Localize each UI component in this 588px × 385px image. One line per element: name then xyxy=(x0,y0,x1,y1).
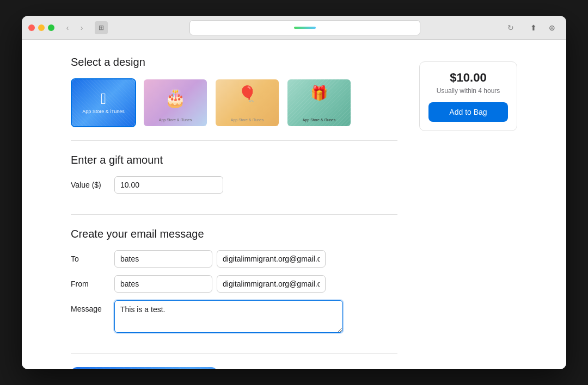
browser-content[interactable]: Select a design  App Store & iTunes xyxy=(22,40,566,369)
preview-card:  xyxy=(71,367,218,369)
share-button[interactable]: ⬆ xyxy=(526,20,541,35)
minimize-button[interactable] xyxy=(38,24,45,31)
refresh-button[interactable]: ↻ xyxy=(504,21,517,34)
message-form-row: Message This is a test. xyxy=(71,300,397,333)
gifts-emoji-icon: 🎁 xyxy=(310,85,328,102)
from-form-row: From xyxy=(71,275,397,293)
price-box: $10.00 Usually within 4 hours Add to Bag xyxy=(419,61,517,131)
design-section-title: Select a design xyxy=(71,56,397,69)
to-name-input[interactable] xyxy=(114,250,212,268)
browser-chrome: ‹ › ⊞ ↻ ⬆ ⊕ xyxy=(22,16,566,40)
from-email-input[interactable] xyxy=(217,275,326,293)
sidebar-widget: $10.00 Usually within 4 hours Add to Bag xyxy=(419,61,517,369)
design-cards:  App Store & iTunes App Store & iTunes xyxy=(71,78,397,127)
page-content: Select a design  App Store & iTunes xyxy=(49,40,539,369)
back-button[interactable]: ‹ xyxy=(61,21,74,34)
amount-section: Enter a gift amount Value ($) xyxy=(71,154,397,215)
price-amount: $10.00 xyxy=(428,71,508,85)
from-label: From xyxy=(71,280,114,288)
main-section: Select a design  App Store & iTunes xyxy=(71,56,397,369)
price-delivery: Usually within 4 hours xyxy=(428,87,508,95)
browser-actions: ⬆ ⊕ xyxy=(526,20,560,35)
to-label: To xyxy=(71,254,114,263)
message-label: Message xyxy=(71,300,114,313)
add-to-bag-button[interactable]: Add to Bag xyxy=(428,102,508,122)
new-tab-button[interactable]: ⊕ xyxy=(544,20,560,35)
traffic-lights xyxy=(28,24,54,31)
design-card-appstore[interactable]:  App Store & iTunes xyxy=(71,78,136,127)
tab-icon: ⊞ xyxy=(95,21,108,34)
value-label: Value ($) xyxy=(71,181,114,189)
nav-arrows: ‹ › xyxy=(61,21,88,34)
appstore-card-label: App Store & iTunes xyxy=(82,109,125,114)
design-card-gifts[interactable]: 🎁 App Store & iTunes xyxy=(286,78,352,127)
value-input[interactable] xyxy=(114,176,223,194)
to-email-input[interactable] xyxy=(217,250,326,268)
forward-button[interactable]: › xyxy=(75,21,88,34)
apple-logo-icon:  xyxy=(101,91,106,107)
design-section: Select a design  App Store & iTunes xyxy=(71,56,397,141)
design-card-birthday[interactable]: App Store & iTunes xyxy=(143,78,208,127)
email-section-title: Create your email message xyxy=(71,228,397,240)
address-bar-container xyxy=(112,20,498,35)
close-button[interactable] xyxy=(28,24,35,31)
to-form-row: To xyxy=(71,250,397,268)
amount-form-row: Value ($) xyxy=(71,176,397,194)
design-card-balloons[interactable]: App Store & iTunes xyxy=(215,78,280,127)
balloons-card-label: App Store & iTunes xyxy=(231,118,264,122)
birthday-card-label: App Store & iTunes xyxy=(159,118,192,122)
address-bar[interactable] xyxy=(189,20,421,35)
maximize-button[interactable] xyxy=(48,24,54,31)
browser-window: ‹ › ⊞ ↻ ⬆ ⊕ Select a design xyxy=(22,16,566,369)
email-section: Create your email message To From xyxy=(71,228,397,354)
gifts-card-label: App Store & iTunes xyxy=(303,118,335,122)
amount-section-title: Enter a gift amount xyxy=(71,154,397,166)
from-name-input[interactable] xyxy=(114,275,212,293)
loading-indicator xyxy=(294,27,316,29)
message-textarea[interactable]: This is a test. xyxy=(114,300,343,333)
